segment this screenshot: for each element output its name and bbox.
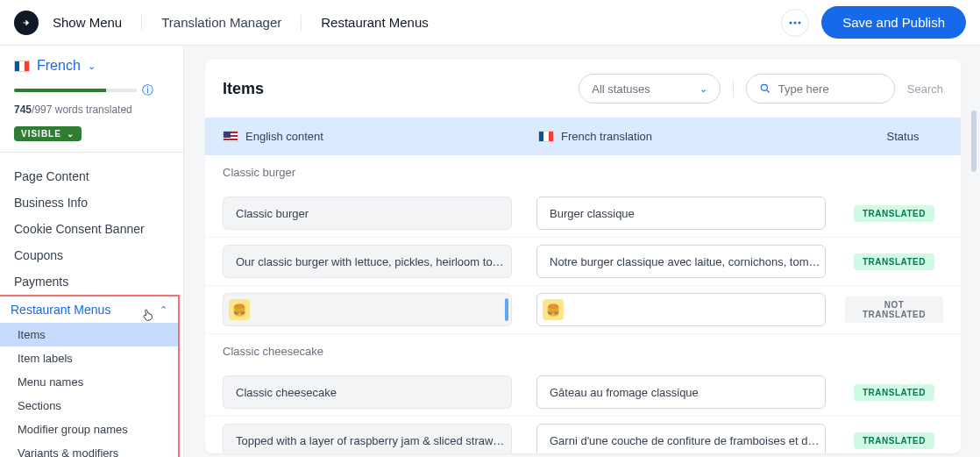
sidebar-sub-item-labels[interactable]: Item labels (0, 346, 178, 370)
sidebar-item-page-content[interactable]: Page Content (0, 163, 183, 189)
sidebar-sub-items[interactable]: Items (0, 323, 178, 346)
chevron-up-icon: ⌃ (160, 304, 167, 316)
words-suffix: words translated (52, 104, 131, 116)
dots-icon (789, 21, 801, 25)
arrow-right-icon (21, 18, 32, 28)
english-cell: Topped with a layer of raspberry jam & s… (223, 424, 512, 453)
english-cell: Classic cheesecake (223, 375, 512, 409)
language-selector[interactable]: French ⌄ (0, 46, 183, 82)
sidebar-item-coupons[interactable]: Coupons (0, 242, 183, 268)
english-image-cell: 🍔 (223, 293, 512, 326)
sidebar-sub-modifier-groups[interactable]: Modifier group names (0, 418, 178, 441)
svg-point-1 (794, 21, 797, 24)
top-bar-actions: Save and Publish (781, 6, 966, 39)
french-flag-icon (538, 131, 554, 142)
divider (301, 15, 302, 31)
french-cell[interactable]: Burger classique (536, 196, 826, 230)
status-badge: TRANSLATED (854, 205, 934, 222)
status-badge: TRANSLATED (854, 432, 934, 449)
english-cell: Our classic burger with lettuce, pickles… (223, 245, 512, 278)
chevron-down-icon: ⌄ (67, 129, 75, 139)
visibility-toggle[interactable]: VISIBLE ⌄ (14, 126, 82, 141)
sidebar-item-cookie-consent[interactable]: Cookie Consent Banner (0, 216, 183, 242)
section-header: Classic cheesecake (205, 334, 961, 368)
panel-header: Items All statuses ⌄ Search (205, 60, 961, 118)
visible-label: VISIBLE (21, 129, 61, 139)
sidebar-sub-variants[interactable]: Variants & modifiers (0, 441, 178, 457)
more-actions-button[interactable] (781, 9, 809, 37)
french-flag-icon (14, 61, 30, 72)
divider (0, 152, 183, 153)
english-cell: Classic burger (223, 196, 512, 230)
language-label: French (37, 58, 81, 74)
sidebar-item-business-info[interactable]: Business Info (0, 189, 183, 216)
chevron-down-icon: ⌄ (88, 61, 96, 72)
burger-thumb-icon: 🍔 (543, 299, 564, 320)
breadcrumb-current: Restaurant Menus (321, 15, 429, 30)
status-badge: NOT TRANSLATED (845, 296, 943, 323)
table-row: Topped with a layer of raspberry jam & s… (205, 417, 961, 453)
svg-point-3 (761, 84, 767, 90)
status-filter-select[interactable]: All statuses ⌄ (579, 74, 720, 104)
info-icon[interactable]: ⓘ (142, 82, 153, 98)
column-english: English content (223, 130, 538, 143)
progress-row: ⓘ (0, 82, 183, 98)
words-total: 997 (34, 104, 52, 116)
save-publish-button[interactable]: Save and Publish (821, 6, 966, 39)
table-header: English content French translation Statu… (205, 118, 961, 155)
show-menu-label[interactable]: Show Menu (53, 15, 122, 30)
menu-toggle-button[interactable] (14, 11, 39, 35)
svg-line-4 (767, 90, 770, 93)
status-badge: TRANSLATED (854, 384, 934, 401)
sidebar-group-label: Restaurant Menus (11, 303, 110, 317)
table-row: Classic burger Burger classique TRANSLAT… (205, 189, 961, 238)
status-cell: NOT TRANSLATED (845, 296, 943, 323)
body-area: French ⌄ ⓘ 745/997 words translated VISI… (0, 46, 980, 457)
sidebar-sub-sections[interactable]: Sections (0, 394, 178, 418)
chevron-down-icon: ⌄ (699, 83, 707, 95)
main-area: Items All statuses ⌄ Search English cont… (184, 46, 980, 457)
breadcrumb-area: Show Menu Translation Manager Restaurant… (14, 11, 781, 35)
scrollbar-thumb[interactable] (971, 111, 976, 172)
column-status-label: Status (887, 130, 920, 143)
status-cell: TRANSLATED (845, 383, 943, 401)
table-row: Classic cheesecake Gâteau au fromage cla… (205, 368, 961, 417)
table-row: Our classic burger with lettuce, pickles… (205, 238, 961, 286)
progress-bar (14, 89, 137, 92)
svg-point-2 (799, 21, 801, 24)
french-image-cell[interactable]: 🍔 (536, 293, 826, 326)
items-panel: Items All statuses ⌄ Search English cont… (205, 60, 961, 453)
sidebar-item-payments[interactable]: Payments (0, 268, 183, 295)
column-french: French translation (538, 130, 863, 143)
table-row: 🍔 🍔 NOT TRANSLATED (205, 286, 961, 334)
french-cell[interactable]: Gâteau au fromage classique (536, 375, 826, 409)
column-french-label: French translation (561, 130, 652, 143)
french-cell[interactable]: Garni d'une couche de confiture de framb… (536, 424, 826, 453)
panel-title: Items (223, 80, 579, 98)
words-translated: 745/997 words translated (0, 98, 183, 125)
progress-fill (14, 89, 106, 92)
column-english-label: English content (245, 130, 323, 143)
drag-handle-icon[interactable] (505, 298, 508, 321)
us-flag-icon (223, 131, 238, 142)
status-filter-label: All statuses (592, 82, 650, 96)
search-input-wrapper[interactable] (746, 74, 895, 104)
sidebar-item-restaurant-menus[interactable]: Restaurant Menus ⌃ (0, 296, 178, 323)
search-icon (759, 82, 771, 95)
section-header: Classic burger (205, 155, 961, 189)
status-cell: TRANSLATED (845, 253, 943, 270)
status-cell: TRANSLATED (845, 432, 943, 449)
search-input[interactable] (778, 82, 875, 96)
burger-thumb-icon: 🍔 (229, 299, 250, 320)
search-button[interactable]: Search (907, 82, 943, 96)
breadcrumb-manager[interactable]: Translation Manager (161, 15, 281, 30)
status-badge: TRANSLATED (854, 253, 934, 270)
words-done: 745 (14, 104, 32, 116)
status-cell: TRANSLATED (845, 204, 943, 222)
table-body: Classic burger Classic burger Burger cla… (205, 155, 961, 453)
sidebar: French ⌄ ⓘ 745/997 words translated VISI… (0, 46, 184, 457)
svg-point-0 (790, 21, 792, 24)
column-status: Status (863, 130, 943, 143)
french-cell[interactable]: Notre burger classique avec laitue, corn… (536, 245, 826, 278)
sidebar-sub-menu-names[interactable]: Menu names (0, 370, 178, 394)
